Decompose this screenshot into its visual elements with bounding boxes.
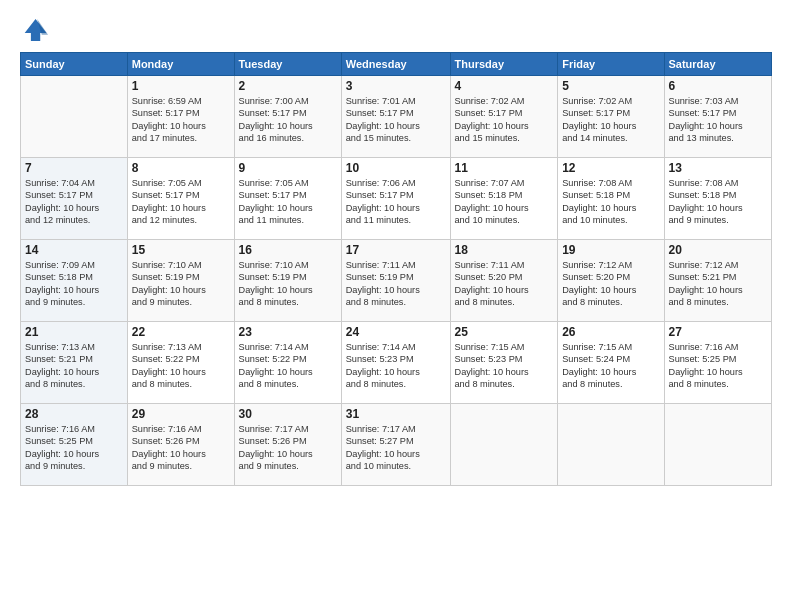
- calendar-week-row: 28Sunrise: 7:16 AM Sunset: 5:25 PM Dayli…: [21, 404, 772, 486]
- calendar-cell: 22Sunrise: 7:13 AM Sunset: 5:22 PM Dayli…: [127, 322, 234, 404]
- calendar-cell: 14Sunrise: 7:09 AM Sunset: 5:18 PM Dayli…: [21, 240, 128, 322]
- day-number: 16: [239, 243, 337, 257]
- day-number: 17: [346, 243, 446, 257]
- day-number: 5: [562, 79, 659, 93]
- calendar-header-thursday: Thursday: [450, 53, 558, 76]
- calendar-cell: 20Sunrise: 7:12 AM Sunset: 5:21 PM Dayli…: [664, 240, 772, 322]
- day-info: Sunrise: 7:05 AM Sunset: 5:17 PM Dayligh…: [132, 177, 230, 227]
- day-info: Sunrise: 7:02 AM Sunset: 5:17 PM Dayligh…: [455, 95, 554, 145]
- day-info: Sunrise: 7:08 AM Sunset: 5:18 PM Dayligh…: [669, 177, 768, 227]
- calendar-cell: 10Sunrise: 7:06 AM Sunset: 5:17 PM Dayli…: [341, 158, 450, 240]
- day-info: Sunrise: 7:09 AM Sunset: 5:18 PM Dayligh…: [25, 259, 123, 309]
- calendar-cell: [21, 76, 128, 158]
- day-info: Sunrise: 6:59 AM Sunset: 5:17 PM Dayligh…: [132, 95, 230, 145]
- day-info: Sunrise: 7:08 AM Sunset: 5:18 PM Dayligh…: [562, 177, 659, 227]
- day-number: 10: [346, 161, 446, 175]
- calendar-cell: 17Sunrise: 7:11 AM Sunset: 5:19 PM Dayli…: [341, 240, 450, 322]
- page: SundayMondayTuesdayWednesdayThursdayFrid…: [0, 0, 792, 612]
- day-info: Sunrise: 7:11 AM Sunset: 5:20 PM Dayligh…: [455, 259, 554, 309]
- day-number: 26: [562, 325, 659, 339]
- calendar-cell: [450, 404, 558, 486]
- day-number: 29: [132, 407, 230, 421]
- day-info: Sunrise: 7:13 AM Sunset: 5:22 PM Dayligh…: [132, 341, 230, 391]
- calendar-cell: 2Sunrise: 7:00 AM Sunset: 5:17 PM Daylig…: [234, 76, 341, 158]
- day-info: Sunrise: 7:16 AM Sunset: 5:25 PM Dayligh…: [25, 423, 123, 473]
- day-info: Sunrise: 7:14 AM Sunset: 5:22 PM Dayligh…: [239, 341, 337, 391]
- calendar-cell: 12Sunrise: 7:08 AM Sunset: 5:18 PM Dayli…: [558, 158, 664, 240]
- day-info: Sunrise: 7:07 AM Sunset: 5:18 PM Dayligh…: [455, 177, 554, 227]
- day-info: Sunrise: 7:04 AM Sunset: 5:17 PM Dayligh…: [25, 177, 123, 227]
- calendar-header-saturday: Saturday: [664, 53, 772, 76]
- day-number: 13: [669, 161, 768, 175]
- day-info: Sunrise: 7:16 AM Sunset: 5:26 PM Dayligh…: [132, 423, 230, 473]
- calendar-cell: 11Sunrise: 7:07 AM Sunset: 5:18 PM Dayli…: [450, 158, 558, 240]
- calendar-week-row: 21Sunrise: 7:13 AM Sunset: 5:21 PM Dayli…: [21, 322, 772, 404]
- day-info: Sunrise: 7:12 AM Sunset: 5:21 PM Dayligh…: [669, 259, 768, 309]
- calendar-cell: 21Sunrise: 7:13 AM Sunset: 5:21 PM Dayli…: [21, 322, 128, 404]
- calendar-cell: 16Sunrise: 7:10 AM Sunset: 5:19 PM Dayli…: [234, 240, 341, 322]
- day-number: 12: [562, 161, 659, 175]
- day-number: 24: [346, 325, 446, 339]
- day-number: 15: [132, 243, 230, 257]
- calendar-cell: 28Sunrise: 7:16 AM Sunset: 5:25 PM Dayli…: [21, 404, 128, 486]
- day-number: 27: [669, 325, 768, 339]
- day-number: 31: [346, 407, 446, 421]
- calendar-header-sunday: Sunday: [21, 53, 128, 76]
- calendar-cell: 4Sunrise: 7:02 AM Sunset: 5:17 PM Daylig…: [450, 76, 558, 158]
- day-info: Sunrise: 7:13 AM Sunset: 5:21 PM Dayligh…: [25, 341, 123, 391]
- day-info: Sunrise: 7:10 AM Sunset: 5:19 PM Dayligh…: [132, 259, 230, 309]
- day-info: Sunrise: 7:15 AM Sunset: 5:23 PM Dayligh…: [455, 341, 554, 391]
- day-number: 18: [455, 243, 554, 257]
- header: [20, 16, 772, 44]
- day-number: 28: [25, 407, 123, 421]
- calendar-week-row: 1Sunrise: 6:59 AM Sunset: 5:17 PM Daylig…: [21, 76, 772, 158]
- calendar-cell: 1Sunrise: 6:59 AM Sunset: 5:17 PM Daylig…: [127, 76, 234, 158]
- day-info: Sunrise: 7:05 AM Sunset: 5:17 PM Dayligh…: [239, 177, 337, 227]
- day-number: 3: [346, 79, 446, 93]
- day-info: Sunrise: 7:15 AM Sunset: 5:24 PM Dayligh…: [562, 341, 659, 391]
- day-number: 23: [239, 325, 337, 339]
- calendar-header-tuesday: Tuesday: [234, 53, 341, 76]
- day-number: 4: [455, 79, 554, 93]
- day-info: Sunrise: 7:11 AM Sunset: 5:19 PM Dayligh…: [346, 259, 446, 309]
- day-number: 8: [132, 161, 230, 175]
- calendar-header-wednesday: Wednesday: [341, 53, 450, 76]
- calendar-table: SundayMondayTuesdayWednesdayThursdayFrid…: [20, 52, 772, 486]
- day-number: 22: [132, 325, 230, 339]
- calendar-cell: 9Sunrise: 7:05 AM Sunset: 5:17 PM Daylig…: [234, 158, 341, 240]
- day-info: Sunrise: 7:17 AM Sunset: 5:26 PM Dayligh…: [239, 423, 337, 473]
- day-number: 6: [669, 79, 768, 93]
- calendar-cell: 25Sunrise: 7:15 AM Sunset: 5:23 PM Dayli…: [450, 322, 558, 404]
- logo-icon: [20, 16, 48, 44]
- calendar-header-row: SundayMondayTuesdayWednesdayThursdayFrid…: [21, 53, 772, 76]
- calendar-cell: 31Sunrise: 7:17 AM Sunset: 5:27 PM Dayli…: [341, 404, 450, 486]
- calendar-cell: 3Sunrise: 7:01 AM Sunset: 5:17 PM Daylig…: [341, 76, 450, 158]
- calendar-week-row: 7Sunrise: 7:04 AM Sunset: 5:17 PM Daylig…: [21, 158, 772, 240]
- calendar-cell: 5Sunrise: 7:02 AM Sunset: 5:17 PM Daylig…: [558, 76, 664, 158]
- calendar-cell: 24Sunrise: 7:14 AM Sunset: 5:23 PM Dayli…: [341, 322, 450, 404]
- day-number: 20: [669, 243, 768, 257]
- calendar-cell: 13Sunrise: 7:08 AM Sunset: 5:18 PM Dayli…: [664, 158, 772, 240]
- calendar-cell: 27Sunrise: 7:16 AM Sunset: 5:25 PM Dayli…: [664, 322, 772, 404]
- day-number: 25: [455, 325, 554, 339]
- day-info: Sunrise: 7:12 AM Sunset: 5:20 PM Dayligh…: [562, 259, 659, 309]
- day-number: 11: [455, 161, 554, 175]
- day-info: Sunrise: 7:01 AM Sunset: 5:17 PM Dayligh…: [346, 95, 446, 145]
- calendar-cell: 23Sunrise: 7:14 AM Sunset: 5:22 PM Dayli…: [234, 322, 341, 404]
- calendar-cell: 30Sunrise: 7:17 AM Sunset: 5:26 PM Dayli…: [234, 404, 341, 486]
- calendar-cell: 18Sunrise: 7:11 AM Sunset: 5:20 PM Dayli…: [450, 240, 558, 322]
- logo: [20, 16, 52, 44]
- calendar-cell: [664, 404, 772, 486]
- day-info: Sunrise: 7:14 AM Sunset: 5:23 PM Dayligh…: [346, 341, 446, 391]
- day-number: 21: [25, 325, 123, 339]
- calendar-header-monday: Monday: [127, 53, 234, 76]
- day-info: Sunrise: 7:06 AM Sunset: 5:17 PM Dayligh…: [346, 177, 446, 227]
- calendar-cell: 8Sunrise: 7:05 AM Sunset: 5:17 PM Daylig…: [127, 158, 234, 240]
- calendar-cell: 26Sunrise: 7:15 AM Sunset: 5:24 PM Dayli…: [558, 322, 664, 404]
- day-info: Sunrise: 7:17 AM Sunset: 5:27 PM Dayligh…: [346, 423, 446, 473]
- calendar-cell: 7Sunrise: 7:04 AM Sunset: 5:17 PM Daylig…: [21, 158, 128, 240]
- day-info: Sunrise: 7:02 AM Sunset: 5:17 PM Dayligh…: [562, 95, 659, 145]
- day-number: 1: [132, 79, 230, 93]
- calendar-cell: 19Sunrise: 7:12 AM Sunset: 5:20 PM Dayli…: [558, 240, 664, 322]
- calendar-cell: 15Sunrise: 7:10 AM Sunset: 5:19 PM Dayli…: [127, 240, 234, 322]
